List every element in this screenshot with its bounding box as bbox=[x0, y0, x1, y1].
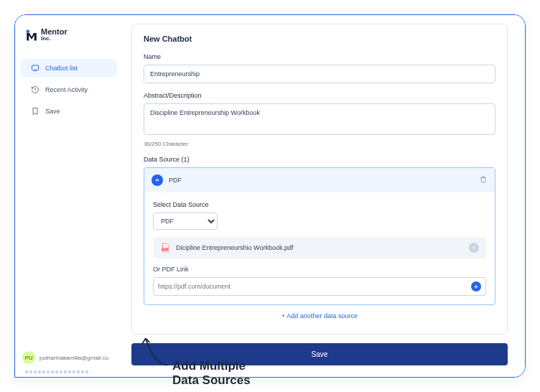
data-source-type: PDF bbox=[169, 177, 473, 184]
select-ds-label: Select Data Source bbox=[153, 201, 486, 208]
trash-icon[interactable] bbox=[479, 174, 488, 187]
pdf-link-input[interactable] bbox=[158, 283, 471, 290]
file-name: Dicipline Entrepreneurshio Workbook.pdf bbox=[176, 244, 293, 251]
char-count: 36/250 Character bbox=[144, 141, 495, 147]
pdf-file-icon: PDF bbox=[160, 243, 170, 253]
or-pdf-link-label: Or PDF Link bbox=[153, 266, 486, 273]
annotation-line: Add Multiple bbox=[172, 359, 251, 373]
annotation-text: Add Multiple Data Sources bbox=[172, 359, 251, 388]
collapse-button[interactable] bbox=[152, 174, 163, 186]
annotation-arrow bbox=[134, 332, 174, 372]
sidebar-item-chatbot-list[interactable]: Chatbot list bbox=[21, 59, 117, 78]
sidebar-item-label: Chatbot list bbox=[45, 65, 78, 72]
svg-rect-1 bbox=[32, 65, 39, 70]
pdf-link-row: + bbox=[153, 277, 486, 296]
sidebar-item-label: Save bbox=[45, 108, 60, 115]
svg-text:PDF: PDF bbox=[163, 248, 167, 251]
data-source-label: Data Source (1) bbox=[144, 156, 495, 163]
add-another-data-source[interactable]: + Add another data source bbox=[144, 305, 495, 322]
page-title: New Chatbot bbox=[144, 34, 495, 43]
bookmark-icon bbox=[31, 107, 39, 116]
sidebar-item-save[interactable]: Save bbox=[21, 102, 117, 121]
svg-point-0 bbox=[27, 29, 30, 33]
sidebar: Mentor Inc. Chatbot list Recent Activity… bbox=[15, 15, 123, 377]
name-label: Name bbox=[144, 53, 495, 60]
brand-sub: Inc. bbox=[41, 36, 68, 42]
main-content: New Chatbot Name Abstract/Description Di… bbox=[123, 15, 525, 377]
abstract-textarea[interactable]: Discipline Entrepreneurship Workbook bbox=[144, 103, 495, 135]
logo: Mentor Inc. bbox=[15, 22, 123, 47]
uploaded-file-row: PDF Dicipline Entrepreneurshio Workbook.… bbox=[153, 237, 486, 258]
sidebar-item-recent-activity[interactable]: Recent Activity bbox=[21, 80, 117, 99]
abstract-label: Abstract/Description bbox=[144, 92, 495, 99]
new-chatbot-card: New Chatbot Name Abstract/Description Di… bbox=[131, 24, 508, 335]
remove-file-button[interactable]: × bbox=[469, 243, 479, 253]
chat-icon bbox=[31, 64, 39, 73]
annotation-line: Data Sources bbox=[172, 373, 251, 388]
data-source-panel: PDF Select Data Source PDF PDF Diciplin bbox=[144, 167, 495, 305]
avatar[interactable]: PU bbox=[22, 351, 35, 364]
name-input[interactable] bbox=[144, 65, 495, 83]
scroll-indicator bbox=[25, 370, 111, 374]
sidebar-item-label: Recent Activity bbox=[45, 86, 88, 93]
app-window: Mentor Inc. Chatbot list Recent Activity… bbox=[14, 14, 526, 378]
data-source-select[interactable]: PDF bbox=[153, 213, 218, 230]
logo-mark-icon bbox=[25, 29, 38, 42]
user-email: putriarinakamilia@gmail.co bbox=[39, 355, 108, 361]
data-source-header: PDF bbox=[144, 168, 495, 192]
data-source-body: Select Data Source PDF PDF Dicipline Ent… bbox=[144, 192, 495, 304]
sidebar-footer: PU putriarinakamilia@gmail.co bbox=[15, 345, 123, 370]
add-link-button[interactable]: + bbox=[471, 281, 481, 291]
logo-text: Mentor Inc. bbox=[41, 28, 68, 42]
history-icon bbox=[31, 85, 39, 94]
